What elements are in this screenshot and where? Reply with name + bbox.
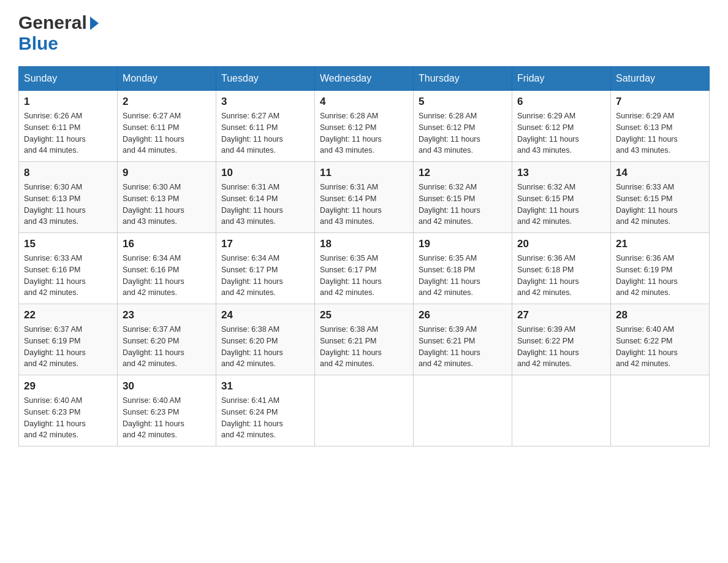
day-info: Sunrise: 6:29 AM Sunset: 6:12 PM Dayligh… xyxy=(517,110,605,156)
logo-general-text: General xyxy=(18,12,87,33)
day-number: 31 xyxy=(221,380,309,393)
calendar-cell: 31 Sunrise: 6:41 AM Sunset: 6:24 PM Dayl… xyxy=(216,375,315,446)
day-number: 28 xyxy=(616,309,704,321)
day-number: 6 xyxy=(517,96,605,108)
day-info: Sunrise: 6:38 AM Sunset: 6:21 PM Dayligh… xyxy=(320,324,408,370)
day-header-thursday: Thursday xyxy=(414,67,512,91)
day-number: 10 xyxy=(221,167,309,179)
day-info: Sunrise: 6:31 AM Sunset: 6:14 PM Dayligh… xyxy=(221,182,309,228)
calendar-cell: 21 Sunrise: 6:36 AM Sunset: 6:19 PM Dayl… xyxy=(611,233,710,304)
day-info: Sunrise: 6:34 AM Sunset: 6:17 PM Dayligh… xyxy=(221,253,309,299)
day-number: 30 xyxy=(123,380,211,393)
calendar-cell: 27 Sunrise: 6:39 AM Sunset: 6:22 PM Dayl… xyxy=(512,304,611,375)
day-info: Sunrise: 6:27 AM Sunset: 6:11 PM Dayligh… xyxy=(221,110,309,156)
calendar-cell: 9 Sunrise: 6:30 AM Sunset: 6:13 PM Dayli… xyxy=(118,162,216,233)
calendar-cell: 6 Sunrise: 6:29 AM Sunset: 6:12 PM Dayli… xyxy=(512,91,611,162)
day-number: 12 xyxy=(419,167,507,179)
day-number: 7 xyxy=(616,96,704,108)
calendar-cell: 2 Sunrise: 6:27 AM Sunset: 6:11 PM Dayli… xyxy=(118,91,216,162)
day-number: 8 xyxy=(24,167,112,179)
day-number: 17 xyxy=(221,238,309,250)
page-header: General Blue xyxy=(18,12,710,54)
calendar-cell: 30 Sunrise: 6:40 AM Sunset: 6:23 PM Dayl… xyxy=(118,375,216,446)
calendar-cell: 13 Sunrise: 6:32 AM Sunset: 6:15 PM Dayl… xyxy=(512,162,611,233)
calendar-table: SundayMondayTuesdayWednesdayThursdayFrid… xyxy=(18,66,710,446)
day-number: 14 xyxy=(616,167,704,179)
day-info: Sunrise: 6:33 AM Sunset: 6:15 PM Dayligh… xyxy=(616,182,704,228)
day-number: 27 xyxy=(517,309,605,321)
calendar-cell: 22 Sunrise: 6:37 AM Sunset: 6:19 PM Dayl… xyxy=(19,304,118,375)
day-number: 5 xyxy=(419,96,507,108)
day-info: Sunrise: 6:28 AM Sunset: 6:12 PM Dayligh… xyxy=(419,110,507,156)
calendar-cell xyxy=(611,375,710,446)
logo-arrow-icon xyxy=(90,17,99,30)
day-number: 25 xyxy=(320,309,408,321)
calendar-cell: 28 Sunrise: 6:40 AM Sunset: 6:22 PM Dayl… xyxy=(611,304,710,375)
day-info: Sunrise: 6:40 AM Sunset: 6:22 PM Dayligh… xyxy=(616,324,704,370)
day-info: Sunrise: 6:37 AM Sunset: 6:20 PM Dayligh… xyxy=(123,324,211,370)
day-header-friday: Friday xyxy=(512,67,611,91)
calendar-cell: 24 Sunrise: 6:38 AM Sunset: 6:20 PM Dayl… xyxy=(216,304,315,375)
day-info: Sunrise: 6:39 AM Sunset: 6:22 PM Dayligh… xyxy=(517,324,605,370)
calendar-cell: 19 Sunrise: 6:35 AM Sunset: 6:18 PM Dayl… xyxy=(414,233,512,304)
calendar-cell: 3 Sunrise: 6:27 AM Sunset: 6:11 PM Dayli… xyxy=(216,91,315,162)
day-number: 4 xyxy=(320,96,408,108)
day-number: 9 xyxy=(123,167,211,179)
day-info: Sunrise: 6:38 AM Sunset: 6:20 PM Dayligh… xyxy=(221,324,309,370)
day-info: Sunrise: 6:40 AM Sunset: 6:23 PM Dayligh… xyxy=(123,395,211,441)
day-number: 20 xyxy=(517,238,605,250)
calendar-cell: 14 Sunrise: 6:33 AM Sunset: 6:15 PM Dayl… xyxy=(611,162,710,233)
calendar-cell: 10 Sunrise: 6:31 AM Sunset: 6:14 PM Dayl… xyxy=(216,162,315,233)
day-number: 18 xyxy=(320,238,408,250)
logo: General Blue xyxy=(18,12,99,54)
day-info: Sunrise: 6:36 AM Sunset: 6:19 PM Dayligh… xyxy=(616,253,704,299)
day-number: 16 xyxy=(123,238,211,250)
day-number: 1 xyxy=(24,96,112,108)
day-number: 23 xyxy=(123,309,211,321)
day-number: 3 xyxy=(221,96,309,108)
calendar-cell: 7 Sunrise: 6:29 AM Sunset: 6:13 PM Dayli… xyxy=(611,91,710,162)
calendar-cell xyxy=(315,375,414,446)
day-info: Sunrise: 6:31 AM Sunset: 6:14 PM Dayligh… xyxy=(320,182,408,228)
day-info: Sunrise: 6:33 AM Sunset: 6:16 PM Dayligh… xyxy=(24,253,112,299)
calendar-cell: 29 Sunrise: 6:40 AM Sunset: 6:23 PM Dayl… xyxy=(19,375,118,446)
calendar-cell: 20 Sunrise: 6:36 AM Sunset: 6:18 PM Dayl… xyxy=(512,233,611,304)
day-number: 29 xyxy=(24,380,112,393)
day-info: Sunrise: 6:39 AM Sunset: 6:21 PM Dayligh… xyxy=(419,324,507,370)
day-info: Sunrise: 6:36 AM Sunset: 6:18 PM Dayligh… xyxy=(517,253,605,299)
calendar-cell: 1 Sunrise: 6:26 AM Sunset: 6:11 PM Dayli… xyxy=(19,91,118,162)
calendar-cell xyxy=(512,375,611,446)
day-header-monday: Monday xyxy=(118,67,216,91)
day-info: Sunrise: 6:30 AM Sunset: 6:13 PM Dayligh… xyxy=(24,182,112,228)
day-info: Sunrise: 6:26 AM Sunset: 6:11 PM Dayligh… xyxy=(24,110,112,156)
calendar-cell xyxy=(414,375,512,446)
day-info: Sunrise: 6:29 AM Sunset: 6:13 PM Dayligh… xyxy=(616,110,704,156)
calendar-cell: 11 Sunrise: 6:31 AM Sunset: 6:14 PM Dayl… xyxy=(315,162,414,233)
day-header-wednesday: Wednesday xyxy=(315,67,414,91)
week-row-1: 1 Sunrise: 6:26 AM Sunset: 6:11 PM Dayli… xyxy=(19,91,710,162)
calendar-cell: 4 Sunrise: 6:28 AM Sunset: 6:12 PM Dayli… xyxy=(315,91,414,162)
calendar-cell: 25 Sunrise: 6:38 AM Sunset: 6:21 PM Dayl… xyxy=(315,304,414,375)
calendar-cell: 15 Sunrise: 6:33 AM Sunset: 6:16 PM Dayl… xyxy=(19,233,118,304)
day-header-saturday: Saturday xyxy=(611,67,710,91)
week-row-2: 8 Sunrise: 6:30 AM Sunset: 6:13 PM Dayli… xyxy=(19,162,710,233)
calendar-cell: 18 Sunrise: 6:35 AM Sunset: 6:17 PM Dayl… xyxy=(315,233,414,304)
day-number: 24 xyxy=(221,309,309,321)
day-number: 22 xyxy=(24,309,112,321)
day-info: Sunrise: 6:35 AM Sunset: 6:17 PM Dayligh… xyxy=(320,253,408,299)
day-info: Sunrise: 6:32 AM Sunset: 6:15 PM Dayligh… xyxy=(419,182,507,228)
calendar-cell: 23 Sunrise: 6:37 AM Sunset: 6:20 PM Dayl… xyxy=(118,304,216,375)
calendar-cell: 16 Sunrise: 6:34 AM Sunset: 6:16 PM Dayl… xyxy=(118,233,216,304)
day-info: Sunrise: 6:34 AM Sunset: 6:16 PM Dayligh… xyxy=(123,253,211,299)
day-info: Sunrise: 6:28 AM Sunset: 6:12 PM Dayligh… xyxy=(320,110,408,156)
day-info: Sunrise: 6:32 AM Sunset: 6:15 PM Dayligh… xyxy=(517,182,605,228)
day-number: 2 xyxy=(123,96,211,108)
calendar-cell: 26 Sunrise: 6:39 AM Sunset: 6:21 PM Dayl… xyxy=(414,304,512,375)
calendar-cell: 8 Sunrise: 6:30 AM Sunset: 6:13 PM Dayli… xyxy=(19,162,118,233)
day-number: 26 xyxy=(419,309,507,321)
day-header-tuesday: Tuesday xyxy=(216,67,315,91)
day-info: Sunrise: 6:30 AM Sunset: 6:13 PM Dayligh… xyxy=(123,182,211,228)
day-info: Sunrise: 6:27 AM Sunset: 6:11 PM Dayligh… xyxy=(123,110,211,156)
day-headers-row: SundayMondayTuesdayWednesdayThursdayFrid… xyxy=(19,67,710,91)
day-number: 19 xyxy=(419,238,507,250)
